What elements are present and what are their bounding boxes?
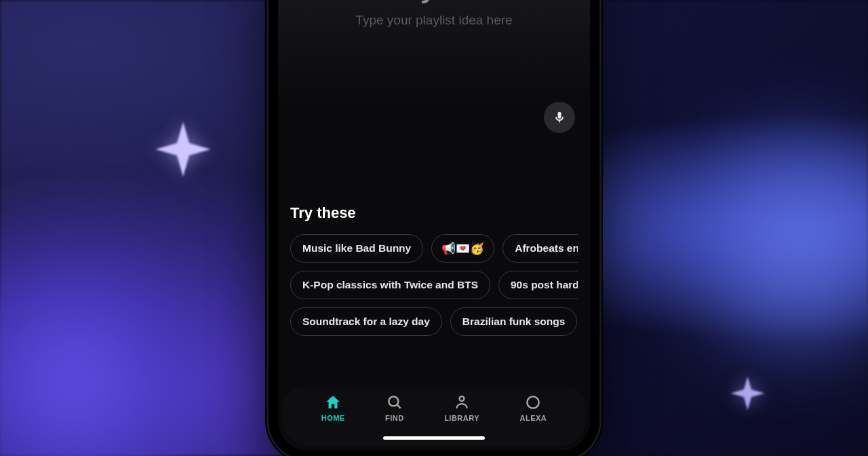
phone-frame: What will you create? Type your playlist… (269, 0, 599, 456)
nav-library[interactable]: LIBRARY (444, 394, 479, 422)
voice-input-button[interactable] (544, 102, 575, 133)
svg-point-3 (528, 396, 539, 408)
try-these-section: Try these Music like Bad Bunny 📢💌🥳 Afrob… (290, 204, 578, 336)
suggestion-chip[interactable]: K-Pop classics with Twice and BTS (290, 271, 490, 299)
nav-alexa[interactable]: ALEXA (520, 394, 547, 422)
suggestion-chip[interactable]: Music like Bad Bunny (290, 234, 423, 263)
svg-point-2 (460, 396, 465, 401)
sparkle-icon (729, 375, 766, 412)
chip-row: K-Pop classics with Twice and BTS 90s po… (290, 271, 578, 299)
library-icon (453, 394, 471, 411)
sparkle-icon (153, 119, 214, 180)
suggestion-chip[interactable]: 90s post hardcore (498, 271, 578, 299)
chip-row: Soundtrack for a lazy day Brazilian funk… (290, 307, 578, 336)
alexa-icon (524, 394, 542, 411)
suggestion-chip[interactable]: Afrobeats energy boost (502, 234, 578, 263)
main-heading: What will you create? (290, 0, 578, 5)
search-icon (386, 394, 403, 411)
microphone-icon (553, 111, 566, 124)
try-these-heading: Try these (290, 204, 578, 222)
suggestion-chip[interactable]: Brazilian funk songs (450, 307, 578, 336)
svg-point-0 (389, 396, 398, 406)
svg-line-1 (397, 404, 400, 408)
nav-label: ALEXA (520, 414, 547, 422)
nav-home[interactable]: HOME (321, 394, 345, 422)
nav-label: FIND (385, 414, 404, 422)
home-icon (324, 394, 342, 411)
chip-row: Music like Bad Bunny 📢💌🥳 Afrobeats energ… (290, 234, 578, 263)
suggestion-chip-emoji[interactable]: 📢💌🥳 (431, 234, 494, 263)
playlist-input-placeholder[interactable]: Type your playlist idea here (290, 13, 578, 28)
nav-label: HOME (321, 414, 345, 422)
nav-find[interactable]: FIND (385, 394, 404, 422)
bottom-navbar: HOME FIND LIBRARY ALEXA (282, 387, 586, 446)
nav-label: LIBRARY (444, 414, 479, 422)
home-indicator[interactable] (383, 436, 485, 440)
phone-screen: What will you create? Type your playlist… (278, 0, 590, 451)
suggestion-chip[interactable]: Soundtrack for a lazy day (290, 307, 442, 336)
